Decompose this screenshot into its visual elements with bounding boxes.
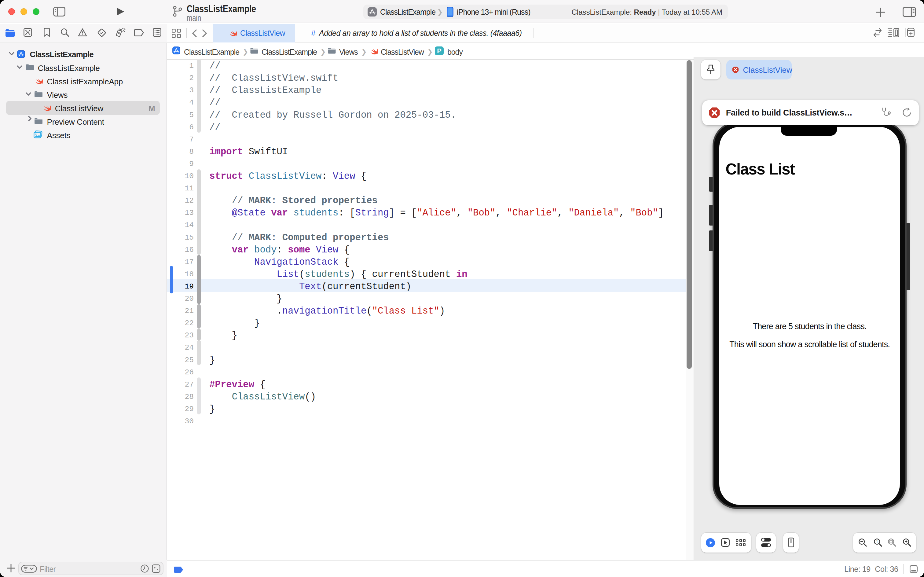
svg-text:1: 1 <box>876 539 878 544</box>
